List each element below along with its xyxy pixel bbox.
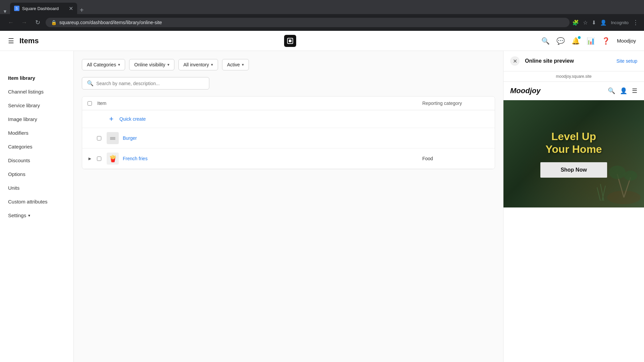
notification-dot [578,36,581,39]
all-inventory-label: All inventory [183,62,209,67]
sidebar-item-image-library[interactable]: Image library [0,112,73,126]
help-icon[interactable]: ❓ [602,37,610,45]
app-header: ☰ Items 🔍 💬 🔔 📊 ❓ Moodjoy [0,31,644,51]
tab-close-button[interactable]: ✕ [69,5,73,12]
col-category-header: Reporting category [422,101,489,106]
sidebar-item-units[interactable]: Units [0,181,73,195]
header-left: ☰ Items [8,37,39,45]
tab-favicon: S [14,6,19,11]
reports-icon[interactable]: 📊 [587,37,595,45]
sidebar-item-label: Custom attributes [8,199,48,204]
site-logo: Moodjoy [510,86,540,95]
sidebar-item-item-library[interactable]: Item library [0,71,73,85]
site-setup-link[interactable]: Site setup [616,58,637,64]
sidebar-item-custom-attributes[interactable]: Custom attributes [0,195,73,208]
browser-tab-bar: ▼ S Square Dashboard ✕ + [0,0,644,14]
preview-url-bar: moodjoy.square.site [503,71,644,82]
fries-item-category: Food [422,156,489,161]
all-inventory-filter[interactable]: All inventory ▾ [178,59,218,70]
search-header-icon[interactable]: 🔍 [541,37,550,45]
sidebar-item-service-library[interactable]: Service library [0,99,73,112]
sidebar-item-label: Image library [8,116,37,122]
hero-title-line1: Level Up Your Home [545,130,602,156]
svg-rect-3 [110,138,115,139]
chevron-down-icon: ▾ [242,62,244,67]
search-input[interactable] [96,81,204,86]
extensions-icon[interactable]: 🧩 [572,19,579,26]
row-expand-button[interactable]: ► [88,156,94,161]
sidebar: Item library Channel listings Service li… [0,51,74,362]
quick-create-row: + Quick create [82,110,495,128]
fries-item-name[interactable]: French fries [123,156,422,161]
burger-row-checkbox[interactable] [97,136,101,140]
sidebar-item-modifiers[interactable]: Modifiers [0,126,73,140]
chevron-down-icon: ▾ [28,213,30,218]
reload-button[interactable]: ↻ [32,17,43,28]
shop-now-button[interactable]: Shop Now [540,162,607,178]
hero-decoration [590,154,644,207]
online-visibility-filter[interactable]: Online visibility ▾ [129,59,174,70]
chevron-down-icon: ▾ [211,62,213,67]
sidebar-item-label: Settings [8,213,26,218]
chevron-down-icon: ▾ [167,62,169,67]
select-all-checkbox[interactable] [88,101,92,106]
sidebar-item-label: Channel listings [8,89,44,95]
quick-create-plus-icon[interactable]: + [107,114,116,124]
sidebar-item-label: Categories [8,144,33,149]
svg-rect-1 [289,40,291,42]
table-header: Item Reporting category [82,97,495,110]
svg-line-10 [597,187,600,201]
username-label[interactable]: Moodjoy [617,38,636,44]
sidebar-item-settings[interactable]: Settings ▾ [0,208,73,222]
fries-row-checkbox[interactable] [97,157,101,161]
back-button[interactable]: ← [5,17,16,28]
sidebar-item-label: Options [8,171,25,177]
preview-url-text: moodjoy.square.site [556,74,592,79]
profile-icon[interactable]: 👤 [600,19,607,26]
sidebar-item-label: Units [8,185,19,191]
main-content: All Categories ▾ Online visibility ▾ All… [74,51,503,362]
right-panel: ✕ Online site preview Site setup moodjoy… [503,51,644,362]
sidebar-item-channel-listings[interactable]: Channel listings [0,85,73,99]
header-right: 🔍 💬 🔔 📊 ❓ Moodjoy [541,37,636,45]
tab-list-button[interactable]: ▼ [3,9,7,14]
site-nav: Moodjoy 🔍 👤 ☰ [503,82,644,100]
table-row[interactable]: Burger [82,128,495,148]
sidebar-item-options[interactable]: Options [0,167,73,181]
new-tab-button[interactable]: + [77,6,87,14]
browser-tab[interactable]: S Square Dashboard ✕ [10,3,77,14]
tab-label: Square Dashboard [22,6,59,11]
site-profile-icon[interactable]: 👤 [620,87,627,95]
fries-item-icon: 🍟 [107,153,119,165]
header-center [284,35,296,47]
svg-point-8 [609,166,626,179]
menu-icon[interactable]: ⋮ [633,19,639,26]
address-bar[interactable]: 🔒 squareup.com/dashboard/items/library/o… [46,18,570,27]
sidebar-item-label: Modifiers [8,130,29,136]
sidebar-item-categories[interactable]: Categories [0,140,73,154]
svg-rect-2 [110,137,115,138]
hero-text: Level Up Your Home [545,130,602,156]
all-categories-filter[interactable]: All Categories ▾ [82,59,125,70]
messages-icon[interactable]: 💬 [556,37,565,45]
page-title: Items [19,37,39,45]
sidebar-item-discounts[interactable]: Discounts [0,154,73,167]
burger-item-name[interactable]: Burger [123,135,422,141]
site-hero: Level Up Your Home Shop Now [503,100,644,207]
quick-create-label[interactable]: Quick create [119,116,146,122]
active-filter[interactable]: Active ▾ [222,59,249,70]
site-search-icon[interactable]: 🔍 [608,87,615,95]
notification-icon[interactable]: 🔔 [572,37,580,45]
close-preview-button[interactable]: ✕ [510,56,520,66]
table-row[interactable]: ► 🍟 French fries Food [82,148,495,169]
bookmark-star-icon[interactable]: ☆ [583,19,588,26]
square-logo [284,35,296,47]
preview-container: moodjoy.square.site Moodjoy 🔍 👤 ☰ [503,71,644,362]
forward-button[interactable]: → [19,17,30,28]
preview-scroll[interactable]: Moodjoy 🔍 👤 ☰ Level Up [503,82,644,362]
sidebar-item-label: Discounts [8,158,30,163]
hamburger-menu-icon[interactable]: ☰ [8,37,14,45]
site-menu-icon[interactable]: ☰ [632,87,637,95]
incognito-label: Incognito [611,20,629,25]
download-icon[interactable]: ⬇ [592,19,596,26]
